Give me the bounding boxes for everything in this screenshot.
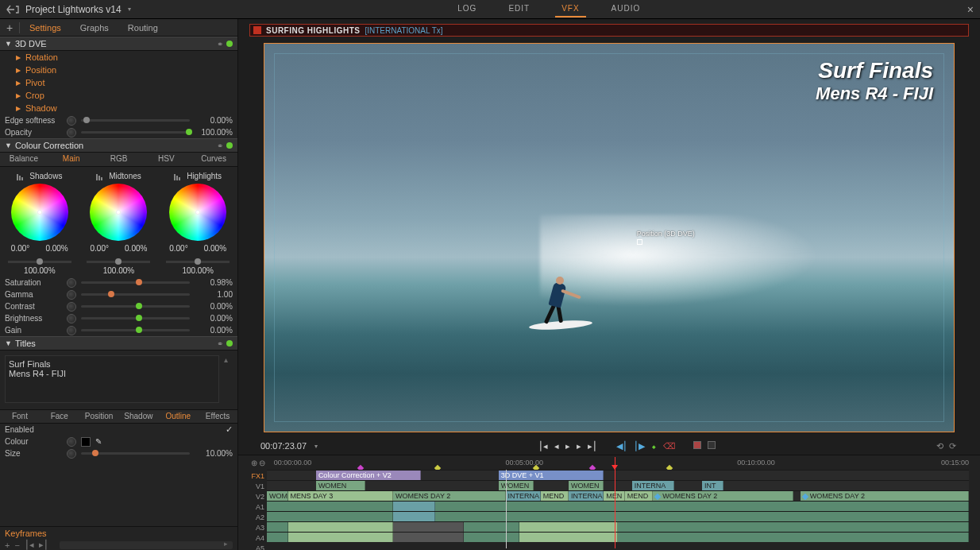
bars-icon (174, 173, 182, 180)
title-text-input[interactable]: Surf Finals Mens R4 - FIJI (5, 355, 219, 403)
midtones-wheel[interactable] (90, 184, 147, 241)
marker-icon[interactable]: ⬥ (651, 441, 657, 451)
timeline-ruler[interactable]: ⊕⊖ 00:00:00.00 00:05:00.00 00:10:00.00 0… (267, 457, 969, 470)
link-icon[interactable]: ⚭ (217, 40, 223, 48)
track-fx1[interactable]: Colour Correction + V2 3D DVE + V1 (267, 470, 969, 480)
check-icon[interactable]: ✓ (226, 424, 233, 435)
clip-dve[interactable]: 3D DVE + V1 (499, 471, 604, 480)
dve-pivot[interactable]: ▶Pivot (0, 76, 237, 89)
clip-cc[interactable]: Colour Correction + V2 (316, 471, 422, 480)
keyframe-track[interactable]: ▸ (60, 541, 233, 549)
cc-tab-curves[interactable]: Curves (190, 153, 237, 166)
dve-position[interactable]: ▶Position (0, 64, 237, 76)
overlay-b-icon[interactable] (708, 441, 716, 449)
titles-tab-face[interactable]: Face (40, 410, 79, 423)
label-a3[interactable]: A3 (245, 523, 267, 533)
mark-out-icon[interactable]: ⎮▶ (634, 441, 645, 451)
tab-log[interactable]: LOG (451, 1, 483, 17)
label-a1[interactable]: A1 (245, 502, 267, 513)
dve-shadow[interactable]: ▶Shadow (0, 102, 237, 114)
edge-softness-knob[interactable] (67, 116, 76, 126)
cc-tab-balance[interactable]: Balance (0, 153, 48, 166)
cc-tab-main[interactable]: Main (48, 153, 95, 166)
pencil-icon[interactable]: ✎ (95, 437, 102, 446)
opacity-row: Opacity 100.00% (0, 126, 237, 138)
titles-tab-outline[interactable]: Outline (158, 410, 198, 423)
clip-header: SURFING HIGHLIGHTS [INTERNATIONAL Tx] (249, 24, 969, 37)
mark-in-icon[interactable]: ◀⎮ (616, 441, 627, 451)
in-point[interactable] (506, 470, 507, 548)
kf-next-icon[interactable]: ▸⎮ (39, 540, 48, 550)
cc-tab-rgb[interactable]: RGB (95, 153, 143, 166)
viewer-panel: SURFING HIGHLIGHTS [INTERNATIONAL Tx] Po… (238, 19, 980, 550)
tab-graphs[interactable]: Graphs (71, 21, 118, 35)
close-icon[interactable]: × (967, 3, 974, 16)
tab-edit[interactable]: EDIT (502, 1, 536, 17)
go-end-icon[interactable]: ▸⎮ (588, 441, 597, 451)
track-a1[interactable] (267, 501, 969, 511)
label-v1[interactable]: V1 (245, 482, 267, 492)
label-v2[interactable]: V2 (245, 492, 267, 502)
overlay-a-icon[interactable] (693, 441, 701, 449)
track-a2[interactable] (267, 511, 969, 521)
titles-tab-shadow[interactable]: Shadow (118, 410, 158, 423)
link-icon[interactable]: ⚭ (217, 141, 223, 150)
kf-chevron-icon[interactable]: ▸ (224, 540, 228, 548)
cc-tab-hsv[interactable]: HSV (142, 153, 190, 166)
scroll-up-icon[interactable]: ▴ (224, 355, 228, 364)
track-v1[interactable]: WOMEN WOMEN WOMEN INTERNA INT (267, 480, 969, 490)
titles-tab-effects[interactable]: Effects (198, 410, 237, 423)
tab-routing[interactable]: Routing (118, 21, 168, 35)
opacity-slider[interactable] (81, 131, 190, 134)
highlights-wheel[interactable] (169, 184, 226, 241)
timeline: FX1 V1 V2 A1 A2 A3 A4 A5 ⊕⊖ 00:00:00.00 … (238, 455, 980, 550)
opacity-knob[interactable] (67, 128, 76, 138)
kf-remove-icon[interactable]: − (14, 540, 19, 550)
section-titles[interactable]: ▼ Titles ⚭ (0, 336, 237, 351)
enable-dot-icon[interactable] (226, 142, 233, 149)
dve-rotation[interactable]: ▶Rotation (0, 51, 237, 64)
delete-icon[interactable]: ⌫ (663, 441, 676, 451)
tab-audio[interactable]: AUDIO (605, 1, 647, 17)
go-start-icon[interactable]: ⎮◂ (538, 441, 548, 451)
step-fwd-icon[interactable]: ▸ (577, 441, 581, 451)
titles-tab-font[interactable]: Font (0, 410, 40, 423)
play-icon[interactable]: ▸ (565, 441, 570, 451)
playhead[interactable] (615, 457, 615, 548)
track-v2[interactable]: WOM MENS DAY 3 WOMENS DAY 2 INTERNA MEND… (267, 490, 969, 501)
track-a4[interactable] (267, 532, 969, 542)
gain-row: Gain0.00% (0, 324, 237, 336)
record-indicator-icon (253, 26, 261, 34)
dve-crop[interactable]: ▶Crop (0, 89, 237, 102)
tab-vfx[interactable]: VFX (555, 1, 585, 17)
enable-dot-icon[interactable] (226, 340, 233, 347)
step-back-icon[interactable]: ◂ (554, 441, 559, 451)
highlights-slider[interactable] (166, 261, 230, 263)
position-marker[interactable]: Position (3D DVE) (637, 230, 695, 245)
enable-dot-icon[interactable] (226, 41, 233, 47)
tc-menu-icon[interactable]: ▾ (314, 443, 318, 450)
section-3d-dve[interactable]: ▼ 3D DVE ⚭ (0, 37, 237, 51)
label-a4[interactable]: A4 (245, 533, 267, 544)
video-viewer[interactable]: Position (3D DVE) Surf Finals Mens R4 - … (264, 43, 955, 432)
kf-prev-icon[interactable]: ⎮◂ (25, 540, 34, 550)
svg-rect-7 (176, 176, 178, 180)
shadows-slider[interactable] (8, 261, 71, 263)
kf-add-icon[interactable]: + (5, 540, 10, 550)
label-fx1[interactable]: FX1 (245, 471, 267, 482)
back-icon[interactable] (6, 4, 19, 15)
section-colour-correction[interactable]: ▼ Colour Correction ⚭ (0, 138, 237, 153)
label-a2[interactable]: A2 (245, 513, 267, 523)
midtones-slider[interactable] (87, 261, 150, 263)
titles-tab-position[interactable]: Position (79, 410, 119, 423)
edge-softness-slider[interactable] (81, 119, 190, 122)
link-icon[interactable]: ⚭ (217, 339, 223, 348)
colour-swatch[interactable] (81, 437, 91, 447)
zoom-icons[interactable]: ⊕⊖ (251, 459, 267, 467)
loop-icon[interactable]: ⟲ ⟳ (936, 441, 958, 451)
tab-settings[interactable]: Settings (20, 21, 71, 35)
add-effect-button[interactable]: + (0, 21, 19, 34)
track-a3[interactable] (267, 521, 969, 532)
shadows-wheel[interactable] (11, 184, 68, 241)
label-a5[interactable]: A5 (245, 544, 267, 550)
